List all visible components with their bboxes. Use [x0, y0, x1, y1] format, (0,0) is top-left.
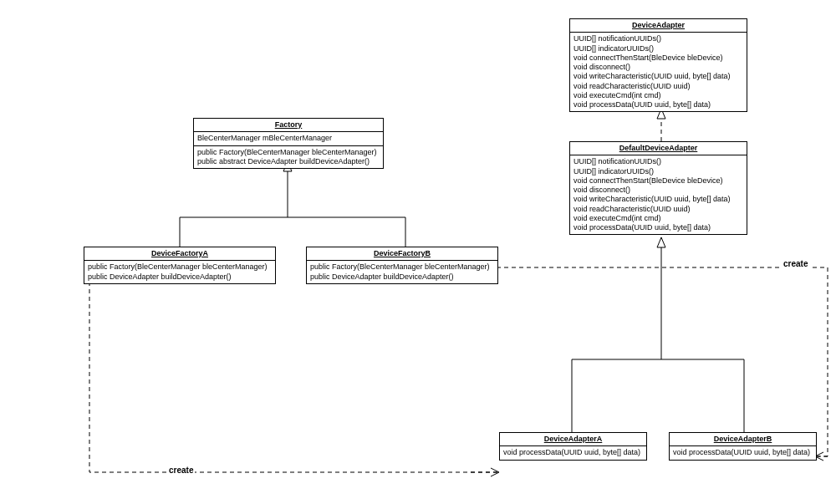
op-row: void disconnect() — [573, 63, 743, 72]
op-row: void executeCmd(int cmd) — [573, 214, 743, 223]
op-row: void connectThenStart(BleDevice bleDevic… — [573, 176, 743, 186]
op-row: UUID[] notificationUUIDs() — [573, 157, 743, 166]
op-row: public Factory(BleCenterManager bleCente… — [310, 262, 494, 272]
dependency-label-create-b: create — [782, 259, 809, 268]
class-deviceadapter-b: DeviceAdapterB void processData(UUID uui… — [669, 432, 817, 461]
op-row: public DeviceAdapter buildDeviceAdapter(… — [310, 272, 494, 282]
op-row: void processData(UUID uuid, byte[] data) — [503, 448, 643, 457]
op-row: void executeCmd(int cmd) — [573, 91, 743, 100]
op-row: void writeCharacteristic(UUID uuid, byte… — [573, 195, 743, 204]
class-operations: public Factory(BleCenterManager bleCente… — [307, 261, 497, 283]
op-row: UUID[] indicatorUUIDs() — [573, 44, 743, 53]
op-row: UUID[] indicatorUUIDs() — [573, 167, 743, 176]
class-devicefactory-b: DeviceFactoryB public Factory(BleCenterM… — [306, 247, 498, 284]
op-row: void connectThenStart(BleDevice bleDevic… — [573, 53, 743, 63]
attr-row: BleCenterManager mBleCenterManager — [197, 134, 380, 143]
class-deviceadapter: DeviceAdapter UUID[] notificationUUIDs()… — [569, 18, 747, 112]
class-title: DeviceAdapter — [570, 19, 747, 33]
op-row: public Factory(BleCenterManager bleCente… — [197, 148, 380, 157]
class-attributes: BleCenterManager mBleCenterManager — [194, 132, 383, 145]
op-row: void readCharacteristic(UUID uuid) — [573, 205, 743, 214]
op-row: public DeviceAdapter buildDeviceAdapter(… — [88, 272, 272, 282]
op-row: void processData(UUID uuid, byte[] data) — [573, 100, 743, 109]
op-row: public abstract DeviceAdapter buildDevic… — [197, 157, 380, 166]
class-operations: void processData(UUID uuid, byte[] data) — [670, 446, 816, 459]
class-factory: Factory BleCenterManager mBleCenterManag… — [193, 118, 384, 169]
class-title: DeviceFactoryA — [84, 247, 275, 261]
class-operations: public Factory(BleCenterManager bleCente… — [194, 146, 383, 169]
class-operations: public Factory(BleCenterManager bleCente… — [84, 261, 275, 283]
op-row: public Factory(BleCenterManager bleCente… — [88, 262, 272, 272]
op-row: UUID[] notificationUUIDs() — [573, 34, 743, 43]
class-title: DeviceAdapterA — [500, 433, 646, 446]
op-row: void processData(UUID uuid, byte[] data) — [573, 223, 743, 232]
class-title: DefaultDeviceAdapter — [570, 142, 747, 155]
op-row: void readCharacteristic(UUID uuid) — [573, 82, 743, 91]
class-deviceadapter-a: DeviceAdapterA void processData(UUID uui… — [499, 432, 647, 461]
class-title: Factory — [194, 119, 383, 132]
class-operations: UUID[] notificationUUIDs() UUID[] indica… — [570, 155, 747, 234]
class-operations: UUID[] notificationUUIDs() UUID[] indica… — [570, 33, 747, 111]
class-operations: void processData(UUID uuid, byte[] data) — [500, 446, 646, 459]
class-title: DeviceFactoryB — [307, 247, 497, 261]
dependency-label-create-a: create — [167, 466, 195, 475]
class-devicefactory-a: DeviceFactoryA public Factory(BleCenterM… — [84, 247, 276, 284]
class-defaultdeviceadapter: DefaultDeviceAdapter UUID[] notification… — [569, 141, 747, 235]
op-row: void disconnect() — [573, 186, 743, 195]
op-row: void processData(UUID uuid, byte[] data) — [673, 448, 813, 457]
op-row: void writeCharacteristic(UUID uuid, byte… — [573, 72, 743, 81]
class-title: DeviceAdapterB — [670, 433, 816, 446]
